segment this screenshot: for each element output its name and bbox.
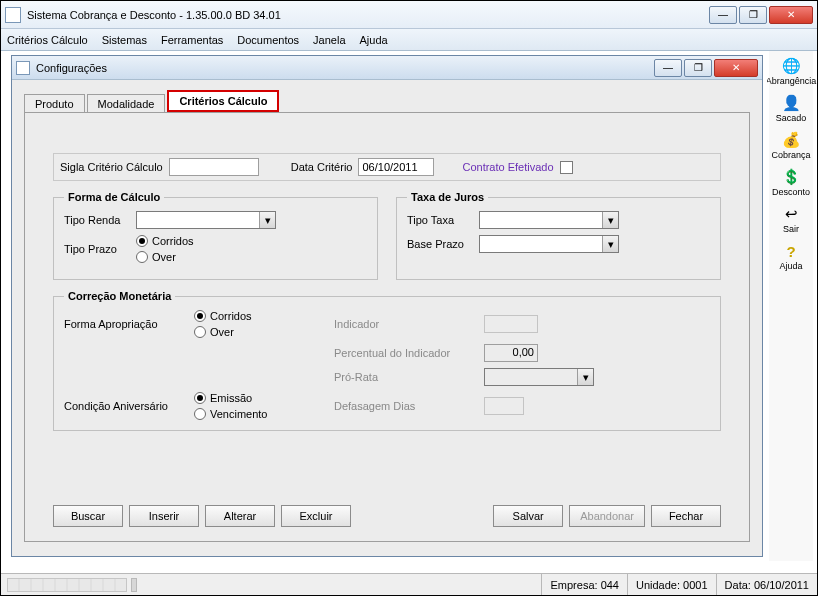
app-icon xyxy=(5,7,21,23)
status-unidade: Unidade: 0001 xyxy=(627,574,716,595)
data-criterio-input[interactable] xyxy=(358,158,434,176)
help-icon: ? xyxy=(782,242,800,260)
radio-label: Corridos xyxy=(152,235,194,247)
menu-ajuda[interactable]: Ajuda xyxy=(360,34,388,46)
tool-ajuda[interactable]: ? Ajuda xyxy=(779,242,802,271)
minimize-button[interactable]: — xyxy=(709,6,737,24)
inner-window-controls: — ❐ ✕ xyxy=(654,59,758,77)
right-toolbar: 🌐 Abrangência 👤 Sacado 💰 Cobrança 💲 Desc… xyxy=(769,51,813,561)
status-data: Data: 06/10/2011 xyxy=(716,574,817,595)
group-correcao-monetaria: Correção Monetária Forma Apropriação Cor… xyxy=(53,290,721,431)
tool-sair[interactable]: ↩ Sair xyxy=(782,205,800,234)
tipo-taxa-label: Tipo Taxa xyxy=(407,214,479,226)
indicador-box xyxy=(484,315,538,333)
inner-titlebar: Configurações — ❐ ✕ xyxy=(12,56,762,80)
inner-maximize-button[interactable]: ❐ xyxy=(684,59,712,77)
cond-aniv-venc-radio[interactable]: Vencimento xyxy=(194,408,324,420)
criterio-header-row: Sigla Critério Cálculo Data Critério Con… xyxy=(53,153,721,181)
radio-label: Over xyxy=(152,251,176,263)
base-prazo-combo[interactable]: ▾ xyxy=(479,235,619,253)
data-criterio-label: Data Critério xyxy=(291,161,353,173)
menu-documentos[interactable]: Documentos xyxy=(237,34,299,46)
taxa-juros-legend: Taxa de Juros xyxy=(407,191,488,203)
radio-icon xyxy=(194,310,206,322)
tool-desconto[interactable]: 💲 Desconto xyxy=(772,168,810,197)
forma-aprop-corridos-radio[interactable]: Corridos xyxy=(194,310,324,322)
radio-icon xyxy=(194,326,206,338)
salvar-button[interactable]: Salvar xyxy=(493,505,563,527)
defasagem-box xyxy=(484,397,524,415)
alterar-button[interactable]: Alterar xyxy=(205,505,275,527)
inner-close-button[interactable]: ✕ xyxy=(714,59,758,77)
indicador-label: Indicador xyxy=(334,318,474,330)
tool-label: Sair xyxy=(783,224,799,234)
contrato-efetivado-checkbox[interactable] xyxy=(560,161,573,174)
tool-label: Cobrança xyxy=(771,150,810,160)
radio-label: Vencimento xyxy=(210,408,267,420)
statusbar: Empresa: 044 Unidade: 0001 Data: 06/10/2… xyxy=(1,573,817,595)
prorata-combo[interactable]: ▾ xyxy=(484,368,594,386)
radio-icon xyxy=(136,235,148,247)
menu-sistemas[interactable]: Sistemas xyxy=(102,34,147,46)
radio-label: Over xyxy=(210,326,234,338)
menubar: Critérios Cálculo Sistemas Ferramentas D… xyxy=(1,29,817,51)
inner-minimize-button[interactable]: — xyxy=(654,59,682,77)
radio-icon xyxy=(194,408,206,420)
inner-window: Configurações — ❐ ✕ Produto Modalidade C… xyxy=(11,55,763,557)
radio-icon xyxy=(136,251,148,263)
chevron-down-icon: ▾ xyxy=(602,212,618,228)
tipo-taxa-combo[interactable]: ▾ xyxy=(479,211,619,229)
defasagem-label: Defasagem Dias xyxy=(334,400,474,412)
maximize-button[interactable]: ❐ xyxy=(739,6,767,24)
base-prazo-label: Base Prazo xyxy=(407,238,479,250)
workarea: Configurações — ❐ ✕ Produto Modalidade C… xyxy=(7,51,767,561)
percentual-value: 0,00 xyxy=(484,344,538,362)
menu-janela[interactable]: Janela xyxy=(313,34,345,46)
chevron-down-icon: ▾ xyxy=(577,369,593,385)
sigla-label: Sigla Critério Cálculo xyxy=(60,161,163,173)
tab-panel: Sigla Critério Cálculo Data Critério Con… xyxy=(24,112,750,542)
radio-label: Emissão xyxy=(210,392,252,404)
inner-body: Produto Modalidade Critérios Cálculo Sig… xyxy=(12,80,762,556)
group-row: Forma de Cálculo Tipo Renda ▾ Tipo Prazo xyxy=(53,191,721,280)
sigla-input[interactable] xyxy=(169,158,259,176)
status-empresa: Empresa: 044 xyxy=(541,574,627,595)
menu-ferramentas[interactable]: Ferramentas xyxy=(161,34,223,46)
tab-produto[interactable]: Produto xyxy=(24,94,85,113)
tipo-renda-combo[interactable]: ▾ xyxy=(136,211,276,229)
tool-abrangencia[interactable]: 🌐 Abrangência xyxy=(766,57,817,86)
tipo-renda-label: Tipo Renda xyxy=(64,214,136,226)
cond-aniv-label: Condição Aniversário xyxy=(64,400,184,412)
close-button[interactable]: ✕ xyxy=(769,6,813,24)
tipo-prazo-corridos-radio[interactable]: Corridos xyxy=(136,235,194,247)
contrato-efetivado-label: Contrato Efetivado xyxy=(462,161,553,173)
status-handle[interactable] xyxy=(131,578,137,592)
chevron-down-icon: ▾ xyxy=(602,236,618,252)
cond-aniv-emissao-radio[interactable]: Emissão xyxy=(194,392,324,404)
tool-sacado[interactable]: 👤 Sacado xyxy=(776,94,807,123)
tool-label: Abrangência xyxy=(766,76,817,86)
exit-icon: ↩ xyxy=(782,205,800,223)
excluir-button[interactable]: Excluir xyxy=(281,505,351,527)
window-title: Sistema Cobrança e Desconto - 1.35.00.0 … xyxy=(27,9,709,21)
forma-calculo-legend: Forma de Cálculo xyxy=(64,191,164,203)
tab-strip: Produto Modalidade Critérios Cálculo xyxy=(24,88,750,112)
tab-modalidade[interactable]: Modalidade xyxy=(87,94,166,113)
money-bag-icon: 💰 xyxy=(782,131,800,149)
status-grip xyxy=(7,578,127,592)
tool-cobranca[interactable]: 💰 Cobrança xyxy=(771,131,810,160)
prorata-label: Pró-Rata xyxy=(334,371,474,383)
tab-criterios-calculo[interactable]: Critérios Cálculo xyxy=(167,90,279,112)
window-controls: — ❐ ✕ xyxy=(709,6,813,24)
inserir-button[interactable]: Inserir xyxy=(129,505,199,527)
abandonar-button[interactable]: Abandonar xyxy=(569,505,645,527)
group-forma-calculo: Forma de Cálculo Tipo Renda ▾ Tipo Prazo xyxy=(53,191,378,280)
tool-label: Ajuda xyxy=(779,261,802,271)
radio-icon xyxy=(194,392,206,404)
forma-aprop-over-radio[interactable]: Over xyxy=(194,326,324,338)
menu-criterios-calculo[interactable]: Critérios Cálculo xyxy=(7,34,88,46)
fechar-button[interactable]: Fechar xyxy=(651,505,721,527)
percentual-label: Percentual do Indicador xyxy=(334,347,474,359)
tipo-prazo-over-radio[interactable]: Over xyxy=(136,251,194,263)
buscar-button[interactable]: Buscar xyxy=(53,505,123,527)
